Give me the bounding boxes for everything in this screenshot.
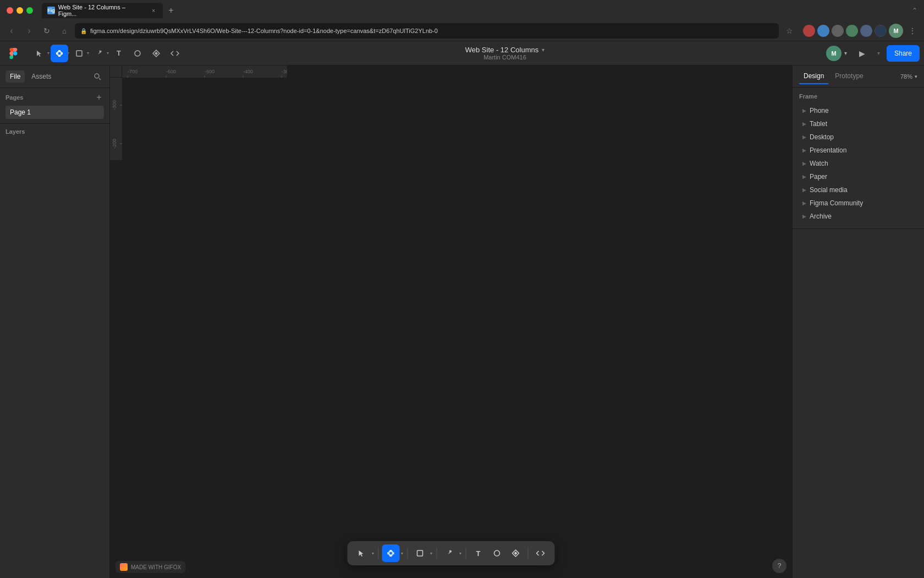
tab-design[interactable]: Design (799, 69, 828, 84)
frame-item-watch[interactable]: ▶ Watch (799, 157, 917, 170)
svg-text:-200: -200 (112, 139, 117, 149)
canvas-content[interactable] (122, 78, 792, 578)
ext5-button[interactable] (860, 25, 872, 37)
tab-bar: Fig Web Site - 12 Columns – Figm... × + (42, 3, 891, 18)
toolbar-separator-1 (378, 548, 379, 559)
gifox-icon (120, 563, 128, 571)
tab-prototype[interactable]: Prototype (831, 69, 867, 84)
forward-button[interactable]: › (22, 24, 36, 38)
share-button[interactable]: Share (887, 45, 920, 62)
ext6-button[interactable] (875, 25, 887, 37)
search-button[interactable] (91, 70, 104, 83)
avatar-dropdown-button[interactable]: ▾ (842, 49, 850, 58)
zoom-value: 78% (900, 73, 912, 80)
svg-point-6 (100, 50, 101, 52)
pen-tool-button[interactable] (90, 45, 108, 62)
frame-item-archive[interactable]: ▶ Archive (799, 210, 917, 223)
bt-code-button[interactable] (532, 544, 549, 562)
frame-tool-button[interactable] (51, 45, 68, 62)
browser-more-button[interactable]: ⌃ (912, 7, 917, 14)
browser-menu-button[interactable]: ⋮ (905, 24, 920, 38)
layers-label: Layers (6, 128, 104, 135)
home-button[interactable]: ⌂ (57, 24, 72, 38)
window-close-button[interactable] (7, 7, 13, 14)
frame-item-tablet[interactable]: ▶ Tablet (799, 117, 917, 130)
ext1-button[interactable] (803, 25, 815, 37)
refresh-button[interactable]: ↻ (40, 24, 54, 38)
lock-icon: 🔒 (80, 28, 87, 34)
tab-file[interactable]: File (6, 70, 25, 83)
bt-frame-dropdown[interactable]: ▾ (400, 551, 404, 556)
back-button[interactable]: ‹ (4, 24, 19, 38)
svg-rect-68 (390, 555, 392, 557)
bottom-toolbar: ▾ ▾ ▾ (348, 541, 555, 565)
svg-text:-300: -300 (282, 69, 287, 74)
file-title-button[interactable]: Web Site - 12 Columns ▾ (465, 46, 544, 54)
code-tool-button[interactable] (166, 45, 184, 62)
frame-arrow-figma-community: ▶ (802, 200, 806, 206)
bookmark-button[interactable]: ☆ (782, 24, 796, 38)
user-avatar[interactable]: M (826, 46, 842, 61)
ellipse-tool-button[interactable] (129, 45, 146, 62)
frame-tool-group: ▾ (51, 45, 69, 62)
bt-move-dropdown[interactable]: ▾ (371, 551, 375, 556)
sidebar-tabs: File Assets (0, 66, 109, 88)
canvas-area[interactable]: -700 -600 -500 -400 -300 -200 -100 0 100… (110, 66, 792, 578)
left-sidebar: File Assets Pages + Page 1 (0, 66, 110, 578)
frame-section-label: Frame (799, 93, 917, 100)
figma-app: ▾ ▾ ▾ ▾ (0, 41, 924, 578)
frame-arrow-paper: ▶ (802, 174, 806, 179)
text-tool-button[interactable]: T (110, 45, 128, 62)
window-minimize-button[interactable] (16, 7, 23, 14)
svg-rect-69 (389, 552, 393, 555)
frame-item-social-media[interactable]: ▶ Social media (799, 183, 917, 197)
bt-shape-button[interactable] (411, 544, 429, 562)
frame-item-figma-community[interactable]: ▶ Figma Community (799, 197, 917, 210)
address-bar[interactable]: 🔒 figma.com/design/dziuwrb9QsMXxVrLV4Sh6… (75, 23, 779, 39)
bt-move-button[interactable] (353, 544, 371, 562)
tab-title: Web Site - 12 Columns – Figm... (58, 4, 144, 17)
frame-arrow-social-media: ▶ (802, 187, 806, 193)
figma-logo-button[interactable] (4, 45, 22, 62)
bt-text-button[interactable]: T (470, 544, 487, 562)
pages-header: Pages + (6, 92, 104, 102)
frame-item-presentation[interactable]: ▶ Presentation (799, 144, 917, 157)
window-maximize-button[interactable] (26, 7, 33, 14)
new-tab-button[interactable]: + (164, 3, 178, 18)
bt-shape-dropdown[interactable]: ▾ (429, 551, 433, 556)
ext2-button[interactable] (817, 25, 829, 37)
component-tool-button[interactable] (147, 45, 165, 62)
frame-item-desktop[interactable]: ▶ Desktop (799, 130, 917, 144)
toolbar-center: Web Site - 12 Columns ▾ Martin COM416 (186, 46, 824, 61)
ext4-button[interactable] (846, 25, 858, 37)
bt-ellipse-button[interactable] (488, 544, 506, 562)
svg-rect-4 (58, 52, 61, 55)
bt-pen-dropdown[interactable]: ▾ (458, 551, 463, 556)
tab-assets[interactable]: Assets (27, 70, 56, 83)
page-item-page1[interactable]: Page 1 (6, 106, 104, 119)
add-page-button[interactable]: + (94, 92, 104, 102)
play-dropdown-button[interactable]: ▾ (875, 49, 883, 58)
bt-component-button[interactable] (507, 544, 525, 562)
play-button[interactable]: ▶ (854, 45, 871, 62)
active-tab[interactable]: Fig Web Site - 12 Columns – Figm... × (42, 3, 163, 18)
bt-pen-group: ▾ (441, 544, 463, 562)
ext3-button[interactable] (832, 25, 844, 37)
profile-button[interactable]: M (889, 24, 903, 38)
tab-close-button[interactable]: × (150, 7, 157, 14)
bt-frame-button[interactable] (382, 544, 400, 562)
frame-arrow-presentation: ▶ (802, 148, 806, 153)
address-text: figma.com/design/dziuwrb9QsMXxVrLV4Sh6O/… (90, 28, 438, 34)
bottom-toolbar-wrapper: ▾ ▾ ▾ (348, 541, 555, 565)
help-button[interactable]: ? (772, 559, 787, 573)
frame-item-phone[interactable]: ▶ Phone (799, 104, 917, 117)
shape-tool-button[interactable] (70, 45, 88, 62)
svg-text:-300: -300 (112, 100, 117, 110)
ruler-top: -700 -600 -500 -400 -300 -200 -100 0 100… (122, 66, 287, 78)
bt-pen-button[interactable] (441, 544, 458, 562)
browser-chrome: Fig Web Site - 12 Columns – Figm... × + … (0, 0, 924, 41)
frame-item-paper[interactable]: ▶ Paper (799, 170, 917, 183)
move-tool-button[interactable] (31, 45, 48, 62)
zoom-control[interactable]: 78% ▾ (900, 73, 917, 80)
right-panel-tabs: Design Prototype 78% ▾ (793, 66, 924, 88)
